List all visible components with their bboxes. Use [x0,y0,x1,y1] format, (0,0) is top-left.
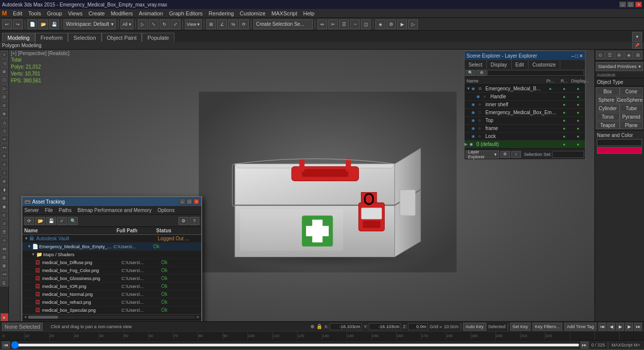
se-row-0[interactable]: ▼ ◉ ⊙ Emergency_Medical_Box_Empty ● ● ● [465,85,585,93]
auto-key-button[interactable]: Auto Key [463,323,486,331]
sidebar-icon-11[interactable]: ⊸ [0,135,8,143]
close-button[interactable]: ✕ [635,1,642,7]
timeline[interactable]: 0 10 20 30 40 50 60 70 80 90 100 110 120… [0,331,644,340]
se-min-button[interactable]: – [571,53,574,59]
at-min-button[interactable]: – [179,199,185,205]
se-row-3[interactable]: ◉ □ Emergency_Medical_Box_Empty ● ● [465,109,585,117]
sidebar-icon-22[interactable]: ☰ [0,228,8,236]
render-button[interactable]: ▶ [397,19,407,29]
menu-animation[interactable]: Animation [139,10,163,16]
play-btn[interactable]: ▶ [616,323,624,331]
at-row-normal[interactable]: 🖼 medical_box_Normal.png C:\Users\... Ok [22,290,201,298]
reference-coord[interactable]: View ▾ [185,19,202,29]
at-row-specular[interactable]: 🖼 medical_box_Specular.png C:\Users\... … [22,306,201,314]
sidebar-icon-10[interactable]: ◇ [0,127,8,135]
angle-snap[interactable]: ∠ [217,19,227,29]
sidebar-icon-bottom[interactable]: ■ [0,313,8,321]
rp-name-input[interactable] [597,139,642,146]
coord-x-input[interactable] [330,323,362,330]
viewport-area[interactable]: [+] [Perspective] [Realistic] Total Poly… [9,50,594,321]
prev-frame-btn[interactable]: ◀ [607,323,615,331]
spinner-snap[interactable]: ⟳ [239,19,249,29]
sidebar-icon-12[interactable]: ⊷ [0,143,8,151]
rp-cylinder-btn[interactable]: Cylinder [596,104,620,112]
none-selected-button[interactable]: None Selected [2,323,43,331]
se-row-2[interactable]: ◉ ○ inner shelf ● ● [465,101,585,109]
at-row-vault[interactable]: ▼ 🏛 Autodesk Vault Logged Out ... [22,235,201,243]
rp-box-btn[interactable]: Box [596,87,620,95]
se-layer-dropdown[interactable]: Layer Explorer ▾ [466,150,499,158]
select-filter-btn[interactable]: All ▾ [120,19,133,29]
se-tab-customize[interactable]: Customize [528,60,560,69]
menu-customize[interactable]: Customize [240,10,266,16]
play-fwd-btn[interactable]: ⏭ [634,323,642,331]
at-menu-bitmap[interactable]: Bitmap Performance and Memory [77,208,152,213]
at-scroll-thumb[interactable] [28,316,58,319]
tab-object-paint[interactable]: Object Paint [102,33,142,42]
sidebar-icon-7[interactable]: ⊙ [0,101,8,109]
at-row-ior[interactable]: 🖼 medical_box_IOR.png C:\Users\... Ok [22,282,201,290]
sidebar-icon-25[interactable]: ⊟ [0,253,8,261]
se-selection-input[interactable] [552,151,584,158]
new-scene-button[interactable]: 📄 [27,19,37,29]
tab-populate[interactable]: Populate [142,33,174,42]
select-button[interactable]: ▷ [138,19,148,29]
play-back-btn[interactable]: ⏮ [598,323,606,331]
sidebar-icon-28[interactable]: ⊑ [0,279,8,286]
at-menu-paths[interactable]: Paths [59,208,72,213]
at-row-diffuse[interactable]: 🖼 medical_box_Diffuse.png C:\Users\... O… [22,259,201,267]
sidebar-icon-15[interactable]: ≀ [0,169,8,177]
sidebar-icon-17[interactable]: ⧫ [0,186,8,194]
at-row-fogcolor[interactable]: 🖼 medical_box_Fog_Color.png C:\Users\...… [22,267,201,275]
se-toolbar-btn1[interactable]: 🔍 [466,70,475,76]
at-menu-file[interactable]: File [45,208,53,213]
at-max-button[interactable]: □ [186,199,192,205]
se-close-button[interactable]: ✕ [579,53,583,59]
create-selection-btn[interactable]: Create Selection Se... [253,19,313,29]
se-search-input[interactable] [487,70,584,76]
maximize-button[interactable]: □ [627,1,634,7]
sidebar-icon-6[interactable]: ⊡ [0,93,8,101]
timeline-end-btn[interactable]: ⏭ [581,342,588,349]
open-button[interactable]: 📂 [38,19,48,29]
at-scroll-track[interactable] [28,316,195,319]
sidebar-icon-26[interactable]: ⊠ [0,262,8,270]
sidebar-icon-8[interactable]: ⊕ [0,110,8,118]
menu-rendering[interactable]: Rendering [209,10,234,16]
rp-plane-btn[interactable]: Plane [620,121,644,129]
render-last[interactable]: ▷ [408,19,418,29]
sidebar-icon-5[interactable]: ▷ [0,84,8,92]
material-editor[interactable]: ◈ [375,19,385,29]
at-scroll-left[interactable]: ◄ [23,315,27,319]
tab-more-button[interactable]: ▾ [632,32,642,42]
at-tb-btn6[interactable]: ⚙ [178,217,188,225]
se-sort-btn[interactable]: ↕ [511,151,521,158]
align-button[interactable]: ⊨ [328,19,338,29]
select-scale[interactable]: ⤢ [171,19,180,29]
se-row-4[interactable]: ◉ ○ Top ● ● [465,117,585,125]
sidebar-icon-21[interactable]: ⊃ [0,219,8,227]
sidebar-icon-23[interactable]: ⊹ [0,236,8,244]
at-tb-btn5[interactable]: 🔍 [68,217,78,225]
render-setup[interactable]: ⚙ [386,19,396,29]
menu-views[interactable]: Views [68,10,82,16]
menu-maxscript[interactable]: MAXScript [272,10,297,16]
set-key-button[interactable]: Set Key [510,323,531,331]
at-menu-server[interactable]: Server [24,208,39,213]
sidebar-icon-27[interactable]: ⊶ [0,270,8,278]
snap-toggle[interactable]: ⊞ [206,19,216,29]
rp-icon-3[interactable]: ⊕ [615,51,624,60]
menu-modifiers[interactable]: Modifiers [111,10,133,16]
rp-primitives-dropdown[interactable]: Standard Primitives ▾ [596,62,643,71]
se-toolbar-btn2[interactable]: ⚙ [476,70,486,76]
tab-selection[interactable]: Selection [68,33,101,42]
select-rotate[interactable]: ↻ [160,19,170,29]
rp-icon-5[interactable]: ⊞ [634,51,643,60]
se-row-7[interactable]: ▶ ◉ 0 (default) ● ● [465,140,585,148]
se-tab-edit[interactable]: Edit [512,60,528,69]
at-expand-1[interactable]: ▼ [27,244,32,249]
menu-graph-editors[interactable]: Graph Editors [169,10,203,16]
coord-y-input[interactable] [369,323,401,330]
at-close-button[interactable]: ✕ [193,199,199,205]
se-expand-7[interactable]: ▶ [465,142,469,146]
